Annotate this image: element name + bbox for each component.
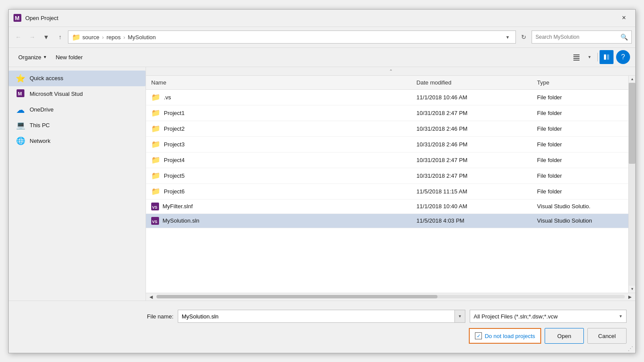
organize-arrow: ▼ — [43, 55, 47, 59]
file-name-cell: 📁 Project5 — [151, 171, 406, 180]
file-name-text: Project2 — [164, 125, 185, 132]
folder-icon: 📁 — [151, 187, 160, 196]
folder-icon: 📁 — [151, 140, 160, 149]
help-button[interactable]: ? — [616, 50, 630, 64]
table-row[interactable]: 📁 Project6 11/5/2018 11:15 AM File folde… — [146, 183, 628, 199]
collapse-bar[interactable]: ⌃ — [146, 67, 635, 76]
view-controls: ▼ ? — [570, 50, 630, 64]
breadcrumb-repos: repos — [106, 34, 121, 41]
file-name-dropdown-button[interactable]: ▼ — [454, 310, 465, 322]
col-date[interactable]: Date modified — [411, 76, 532, 90]
organize-button[interactable]: Organize ▼ — [14, 50, 51, 64]
file-type: File folder — [532, 121, 628, 136]
file-name-box[interactable]: ▼ — [178, 310, 465, 323]
file-date: 11/5/2018 4:03 PM — [411, 213, 532, 228]
file-name-row: File name: ▼ All Project Files (*.sln;*.… — [17, 310, 627, 323]
file-name-cell: VS MySolution.sln — [151, 217, 406, 225]
sidebar-item-visual-studio[interactable]: M Microsoft Visual Stud — [9, 86, 146, 102]
help-label: ? — [621, 53, 625, 61]
addressbar: ← → ▼ ↑ 📁 source › repos › MySolution ▼ … — [9, 27, 635, 48]
dialog-title: Open Project — [25, 15, 617, 21]
folder-icon: 📁 — [151, 93, 160, 102]
file-name-cell: 📁 .vs — [151, 93, 406, 102]
file-table: Name Date modified Type — [146, 76, 628, 293]
table-row[interactable]: 📁 Project3 10/31/2018 2:46 PM File folde… — [146, 136, 628, 152]
sidebar-item-onedrive[interactable]: ☁ OneDrive — [9, 102, 146, 118]
search-input[interactable] — [536, 34, 619, 40]
sidebar-item-quick-access[interactable]: ⭐ Quick access — [9, 71, 146, 86]
do-not-load-checkbox-container[interactable]: ✓ Do not load projects — [469, 328, 541, 344]
do-not-load-checkbox[interactable]: ✓ — [475, 332, 482, 339]
new-folder-button[interactable]: New folder — [51, 50, 87, 64]
folder-icon: 📁 — [151, 156, 160, 165]
sidebar-item-this-pc[interactable]: 💻 This PC — [9, 118, 146, 133]
this-pc-icon: 💻 — [16, 121, 25, 130]
file-date: 10/31/2018 2:47 PM — [411, 168, 532, 183]
file-type: File folder — [532, 136, 628, 152]
separator-2: › — [123, 34, 125, 41]
view-dropdown-button[interactable]: ▼ — [583, 51, 596, 63]
hscroll-left[interactable]: ◀ — [148, 294, 155, 299]
vscroll-track[interactable] — [629, 83, 635, 286]
horizontal-scrollbar[interactable]: ◀ ▶ — [146, 293, 635, 301]
address-dropdown-icon[interactable]: ▼ — [503, 35, 512, 40]
view-divider — [597, 53, 598, 61]
table-row[interactable]: VS MyFilter.slnf 11/1/2018 10:40 AM Visu… — [146, 199, 628, 213]
vs-file-icon: VS — [151, 203, 159, 210]
file-name-input[interactable] — [178, 310, 454, 322]
table-row[interactable]: 📁 Project4 10/31/2018 2:47 PM File folde… — [146, 152, 628, 168]
onedrive-icon: ☁ — [16, 105, 25, 115]
file-type-text: All Project Files (*.sln;*.dsw;*.vcw — [474, 313, 617, 320]
table-row[interactable]: VS MySolution.sln 11/5/2018 4:03 PM Visu… — [146, 213, 628, 228]
vscroll-up[interactable]: ▲ — [629, 76, 635, 83]
file-name-text: Project1 — [164, 110, 185, 116]
file-area: ⌃ Name Date modified — [146, 67, 635, 301]
file-name-label: File name: — [147, 313, 173, 320]
forward-button[interactable]: → — [26, 31, 38, 43]
refresh-button[interactable]: ↻ — [518, 31, 530, 43]
toolbar: Organize ▼ New folder ▼ — [9, 48, 635, 67]
cancel-button[interactable]: Cancel — [587, 328, 627, 344]
table-row[interactable]: 📁 Project5 10/31/2018 2:47 PM File folde… — [146, 168, 628, 183]
search-box: 🔍 — [532, 30, 632, 44]
network-icon: 🌐 — [16, 136, 25, 145]
file-type-arrow: ▼ — [619, 314, 623, 318]
file-name-text: MySolution.sln — [163, 217, 200, 224]
col-type[interactable]: Type — [532, 76, 628, 90]
file-type: Visual Studio Solution — [532, 213, 628, 228]
back-button[interactable]: ← — [12, 31, 24, 43]
vertical-scrollbar[interactable]: ▲ ▼ — [628, 76, 635, 293]
file-type: File folder — [532, 168, 628, 183]
svg-rect-6 — [604, 54, 606, 60]
table-row[interactable]: 📁 Project1 10/31/2018 2:47 PM File folde… — [146, 105, 628, 121]
svg-text:M: M — [15, 15, 20, 21]
sidebar-item-label-visual-studio: Microsoft Visual Stud — [30, 91, 83, 97]
file-date: 11/1/2018 10:40 AM — [411, 199, 532, 213]
folder-icon: 📁 — [151, 124, 160, 133]
dropdown-button[interactable]: ▼ — [40, 31, 52, 43]
file-type-box[interactable]: All Project Files (*.sln;*.dsw;*.vcw ▼ — [470, 310, 627, 323]
file-date: 10/31/2018 2:46 PM — [411, 121, 532, 136]
folder-icon: 📁 — [151, 171, 160, 180]
address-box[interactable]: 📁 source › repos › MySolution ▼ — [68, 30, 516, 44]
table-row[interactable]: 📁 Project2 10/31/2018 2:46 PM File folde… — [146, 121, 628, 136]
up-button[interactable]: ↑ — [54, 31, 66, 43]
col-name[interactable]: Name — [146, 76, 411, 90]
vscroll-down[interactable]: ▼ — [629, 286, 635, 293]
sidebar-item-network[interactable]: 🌐 Network — [9, 133, 146, 149]
hscroll-track[interactable] — [156, 295, 625, 298]
bottom-actions: ✓ Do not load projects Open Cancel — [17, 328, 627, 344]
file-name-cell: VS MyFilter.slnf — [151, 203, 406, 210]
breadcrumb-source: source — [82, 34, 99, 41]
table-row[interactable]: 📁 .vs 11/1/2018 10:46 AM File folder — [146, 89, 628, 105]
file-name-cell: 📁 Project6 — [151, 187, 406, 196]
new-folder-label: New folder — [56, 54, 83, 61]
close-button[interactable]: × — [617, 11, 631, 25]
view-details-button[interactable] — [570, 51, 583, 63]
file-name-cell: 📁 Project3 — [151, 140, 406, 149]
app-icon: M — [13, 14, 22, 22]
preview-pane-button[interactable] — [600, 50, 613, 64]
hscroll-right[interactable]: ▶ — [627, 294, 634, 299]
file-name-cell: 📁 Project2 — [151, 124, 406, 133]
open-button[interactable]: Open — [545, 328, 584, 344]
